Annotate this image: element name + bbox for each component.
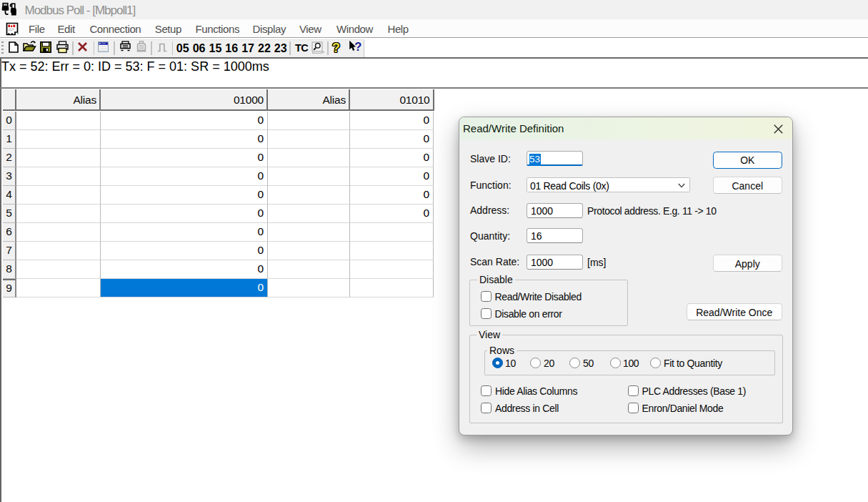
svg-text:?: ? xyxy=(354,40,361,53)
